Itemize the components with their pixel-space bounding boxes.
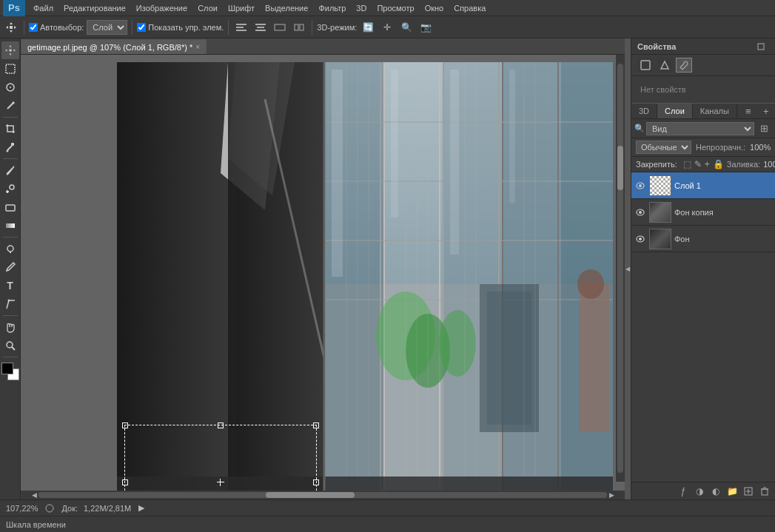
layer-item-3[interactable]: Фон bbox=[631, 226, 775, 252]
properties-settings-icon[interactable] bbox=[753, 39, 769, 54]
svg-rect-62 bbox=[117, 477, 613, 491]
autofill-checkbox[interactable] bbox=[29, 23, 38, 32]
gradient-tool[interactable] bbox=[1, 217, 19, 235]
menu-filter[interactable]: Фильтр bbox=[313, 2, 351, 14]
tab-layers[interactable]: Слои bbox=[657, 104, 693, 118]
crop-tool[interactable] bbox=[1, 120, 19, 138]
layer-thumbnail-2 bbox=[649, 202, 671, 223]
svg-rect-57 bbox=[487, 292, 531, 425]
timeline-bar[interactable]: Шкала времени bbox=[0, 516, 775, 532]
tab-channels[interactable]: Каналы bbox=[693, 104, 737, 118]
svg-rect-1 bbox=[236, 27, 244, 28]
tool-sep-5 bbox=[3, 357, 18, 357]
autofill-select[interactable]: Слой bbox=[87, 20, 127, 35]
distribute-icon[interactable] bbox=[291, 19, 307, 36]
eraser-tool[interactable] bbox=[1, 198, 19, 216]
lock-all-icon[interactable]: + bbox=[705, 159, 710, 169]
lock-position-icon[interactable]: ✎ bbox=[694, 159, 702, 169]
properties-wrench-icon[interactable] bbox=[676, 58, 692, 73]
vertical-scrollbar[interactable] bbox=[616, 55, 625, 482]
lasso-tool[interactable] bbox=[1, 78, 19, 96]
align-center-h-icon[interactable] bbox=[252, 19, 269, 36]
menu-view[interactable]: Просмотр bbox=[372, 2, 419, 14]
menu-font[interactable]: Шрифт bbox=[223, 2, 260, 14]
lock-pixels-icon[interactable]: ⬚ bbox=[683, 159, 691, 169]
show-controls-checkbox[interactable] bbox=[137, 23, 146, 32]
svg-rect-50 bbox=[391, 70, 398, 218]
magic-wand-tool[interactable] bbox=[1, 97, 19, 115]
properties-icon-1[interactable] bbox=[637, 58, 654, 73]
text-tool[interactable]: T bbox=[1, 277, 19, 294]
hand-tool[interactable] bbox=[1, 318, 19, 336]
tab-close-button[interactable]: × bbox=[195, 43, 200, 51]
brush-tool[interactable] bbox=[1, 161, 19, 179]
tab-3d[interactable]: 3D bbox=[631, 104, 657, 118]
move-tool[interactable] bbox=[1, 41, 19, 59]
menu-edit[interactable]: Редактирование bbox=[58, 2, 131, 14]
add-style-button[interactable]: ƒ bbox=[676, 485, 691, 498]
dodge-tool[interactable] bbox=[1, 240, 19, 257]
fill-value[interactable]: 100% bbox=[763, 160, 775, 169]
canvas-scroll-area: ◀ ▶ bbox=[21, 55, 625, 499]
delete-layer-button[interactable] bbox=[757, 485, 772, 498]
eyedropper-tool[interactable] bbox=[1, 138, 19, 156]
properties-icon-2[interactable] bbox=[657, 58, 673, 73]
foreground-color[interactable] bbox=[1, 363, 13, 374]
menu-3d[interactable]: 3D bbox=[351, 2, 372, 14]
h-scrollbar-track[interactable] bbox=[38, 492, 607, 498]
move-tool-icon[interactable] bbox=[3, 19, 19, 36]
status-arrow-button[interactable]: ▶ bbox=[137, 504, 146, 513]
blend-mode-row: Обычные Непрозрачн.: 100% bbox=[631, 138, 775, 157]
status-bar-icon[interactable] bbox=[44, 502, 56, 514]
layer-visibility-1[interactable] bbox=[634, 180, 646, 192]
lock-transparency-icon[interactable]: 🔒 bbox=[713, 159, 724, 169]
menu-file[interactable]: Файл bbox=[28, 2, 58, 14]
svg-rect-15 bbox=[11, 143, 14, 146]
menu-image[interactable]: Изображение bbox=[131, 2, 192, 14]
3d-pan-icon[interactable]: ✛ bbox=[379, 19, 395, 36]
autofill-label: Автовыбор: bbox=[40, 23, 84, 32]
layers-panel-extra-icon[interactable]: ⊞ bbox=[756, 121, 772, 136]
svg-point-22 bbox=[7, 246, 13, 252]
3d-camera-icon[interactable]: 📷 bbox=[417, 19, 434, 36]
scroll-right-button[interactable]: ▶ bbox=[607, 491, 616, 499]
menu-select[interactable]: Выделение bbox=[260, 2, 313, 14]
menu-layers[interactable]: Слои bbox=[192, 2, 223, 14]
layer-visibility-3[interactable] bbox=[634, 233, 646, 245]
stamp-tool[interactable] bbox=[1, 180, 19, 198]
layer-item-2[interactable]: Фон копия bbox=[631, 199, 775, 226]
path-select-tool[interactable] bbox=[1, 295, 19, 313]
new-group-button[interactable]: 📁 bbox=[725, 485, 739, 498]
layer-visibility-2[interactable] bbox=[634, 206, 646, 218]
blend-mode-select[interactable]: Обычные bbox=[636, 141, 691, 154]
canvas-wrapper[interactable] bbox=[21, 55, 625, 491]
3d-rotate-icon[interactable]: 🔄 bbox=[360, 19, 376, 36]
adjustment-button[interactable]: ◐ bbox=[708, 485, 723, 498]
toolbar-sep-3 bbox=[228, 20, 229, 35]
zoom-tool[interactable] bbox=[1, 337, 19, 354]
panel-collapse-arrow[interactable]: ◀ bbox=[625, 38, 631, 499]
new-layer-button[interactable] bbox=[741, 485, 756, 498]
properties-panel-body: Нет свойств bbox=[631, 76, 775, 103]
layers-view-select[interactable]: Вид bbox=[646, 122, 754, 135]
scroll-left-button[interactable]: ◀ bbox=[30, 491, 38, 499]
document-tab[interactable]: getimage.pl.jpeg @ 107% (Слой 1, RGB/8*)… bbox=[21, 39, 207, 54]
marquee-tool[interactable] bbox=[1, 60, 19, 78]
add-mask-button[interactable]: ◑ bbox=[692, 485, 707, 498]
layers-panel-menu-icon[interactable]: ≡ bbox=[740, 104, 756, 118]
pen-tool[interactable] bbox=[1, 258, 19, 276]
menu-help[interactable]: Справка bbox=[449, 2, 491, 14]
align-left-icon[interactable] bbox=[233, 19, 249, 36]
v-scrollbar-track[interactable] bbox=[617, 64, 623, 473]
layers-panel-new-icon[interactable]: + bbox=[758, 104, 774, 118]
menu-window[interactable]: Окно bbox=[420, 2, 449, 14]
layer-item-1[interactable]: Слой 1 bbox=[631, 172, 775, 199]
v-scrollbar-thumb[interactable] bbox=[617, 146, 623, 190]
opacity-value[interactable]: 100% bbox=[750, 143, 771, 152]
svg-point-61 bbox=[577, 269, 604, 299]
h-scrollbar-thumb[interactable] bbox=[266, 492, 355, 498]
svg-rect-51 bbox=[450, 70, 459, 255]
3d-zoom-icon[interactable]: 🔍 bbox=[398, 19, 415, 36]
svg-rect-36 bbox=[383, 62, 385, 491]
align-right-icon[interactable] bbox=[272, 19, 288, 36]
